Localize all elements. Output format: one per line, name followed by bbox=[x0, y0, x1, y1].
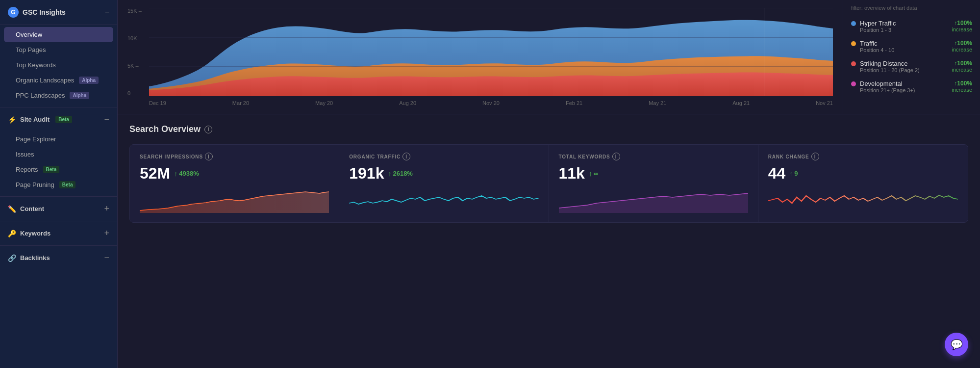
striking-distance-name: Striking Distance bbox=[860, 60, 948, 67]
chart-section: 15K – 10K – 5K – 0 bbox=[118, 0, 980, 114]
x-label-aug20: Aug 20 bbox=[399, 100, 416, 106]
striking-distance-dot bbox=[851, 61, 856, 66]
total-keywords-pct: ∞ bbox=[594, 170, 598, 177]
sidebar: G GSC Insights − Overview Top Pages Top … bbox=[0, 0, 118, 368]
total-keywords-value-row: 11k ↑ ∞ bbox=[559, 164, 748, 183]
hyper-traffic-sub: Position 1 - 3 bbox=[860, 27, 948, 33]
sidebar-item-overview[interactable]: Overview bbox=[4, 27, 113, 42]
chat-button[interactable]: 💬 bbox=[945, 333, 968, 356]
rank-change-arrow: ↑ bbox=[789, 170, 793, 178]
legend-item-traffic[interactable]: Traffic Position 4 - 10 ↑100% increase bbox=[851, 40, 972, 53]
site-audit-label: Site Audit bbox=[20, 116, 50, 123]
divider-3 bbox=[0, 221, 117, 221]
legend-item-striking-distance[interactable]: Striking Distance Position 11 - 20 (Page… bbox=[851, 60, 972, 73]
traffic-dot bbox=[851, 41, 856, 46]
sidebar-header: G GSC Insights − bbox=[0, 0, 117, 25]
organic-traffic-chart bbox=[349, 188, 538, 213]
content-header[interactable]: ✏️ Content + bbox=[0, 199, 117, 219]
search-impressions-change: ↑ 4938% bbox=[174, 170, 199, 178]
developmental-sub: Position 21+ (Page 3+) bbox=[860, 87, 948, 93]
hyper-traffic-label: increase bbox=[952, 26, 972, 32]
rank-change-info-icon[interactable]: i bbox=[811, 153, 819, 160]
rank-change-label: RANK CHANGE i bbox=[768, 153, 958, 160]
site-audit-header-left: ⚡ Site Audit Beta bbox=[8, 116, 72, 124]
organic-traffic-arrow: ↑ bbox=[388, 170, 391, 178]
total-keywords-label: TOTAL KEYWORDS i bbox=[559, 153, 748, 160]
total-keywords-value: 11k bbox=[559, 164, 585, 183]
search-impressions-info-icon[interactable]: i bbox=[205, 153, 213, 160]
legend-item-developmental[interactable]: Developmental Position 21+ (Page 3+) ↑10… bbox=[851, 80, 972, 93]
keywords-header-left: 🔑 Keywords bbox=[8, 230, 50, 237]
traffic-info: Traffic Position 4 - 10 bbox=[860, 40, 948, 53]
content-icon: ✏️ bbox=[8, 205, 16, 213]
organic-traffic-value: 191k bbox=[349, 164, 384, 183]
site-audit-collapse-icon[interactable]: − bbox=[104, 114, 109, 125]
traffic-label: increase bbox=[952, 47, 972, 53]
chat-icon: 💬 bbox=[951, 339, 963, 350]
sidebar-item-issues[interactable]: Issues bbox=[0, 147, 117, 162]
backlinks-collapse-icon[interactable]: − bbox=[104, 253, 109, 263]
search-impressions-value: 52M bbox=[140, 164, 170, 183]
x-label-mar20: Mar 20 bbox=[232, 100, 249, 106]
metric-search-impressions: SEARCH IMPRESSIONS i 52M ↑ 4938% bbox=[130, 145, 339, 222]
traffic-name: Traffic bbox=[860, 40, 948, 47]
content-expand-icon[interactable]: + bbox=[104, 204, 109, 214]
alpha-badge: Alpha bbox=[79, 77, 99, 84]
traffic-change: ↑100% increase bbox=[952, 40, 972, 53]
main-content: 15K – 10K – 5K – 0 bbox=[118, 0, 980, 368]
backlinks-header-left: 🔗 Backlinks bbox=[8, 254, 50, 262]
keywords-expand-icon[interactable]: + bbox=[104, 228, 109, 238]
organic-traffic-info-icon[interactable]: i bbox=[402, 153, 410, 160]
site-audit-header[interactable]: ⚡ Site Audit Beta − bbox=[0, 109, 117, 130]
hyper-traffic-name: Hyper Traffic bbox=[860, 20, 948, 27]
sidebar-item-top-keywords[interactable]: Top Keywords bbox=[0, 57, 117, 73]
y-label-15k: 15K – bbox=[127, 8, 147, 14]
sidebar-item-top-pages[interactable]: Top Pages bbox=[0, 42, 117, 57]
y-axis: 15K – 10K – 5K – 0 bbox=[127, 8, 147, 106]
metrics-grid: SEARCH IMPRESSIONS i 52M ↑ 4938% bbox=[129, 144, 968, 223]
chart-area: 15K – 10K – 5K – 0 bbox=[118, 0, 843, 114]
x-label-may20: May 20 bbox=[315, 100, 333, 106]
search-impressions-chart bbox=[140, 188, 329, 213]
developmental-change: ↑100% increase bbox=[952, 80, 972, 93]
developmental-label: increase bbox=[952, 87, 972, 93]
x-axis: Dec 19 Mar 20 May 20 Aug 20 Nov 20 Feb 2… bbox=[149, 100, 833, 106]
chart-spike-indicator bbox=[764, 8, 764, 96]
total-keywords-change: ↑ ∞ bbox=[589, 170, 598, 178]
sidebar-item-page-pruning[interactable]: Page Pruning Beta bbox=[0, 177, 117, 192]
developmental-info: Developmental Position 21+ (Page 3+) bbox=[860, 80, 948, 93]
x-label-dec19: Dec 19 bbox=[149, 100, 166, 106]
rank-change-change: ↑ 9 bbox=[789, 170, 798, 178]
search-overview-title-text: Search Overview bbox=[129, 124, 201, 134]
beta-badge-pruning: Beta bbox=[59, 181, 76, 188]
rank-change-value-row: 44 ↑ 9 bbox=[768, 164, 958, 183]
x-label-feb21: Feb 21 bbox=[566, 100, 582, 106]
striking-distance-change: ↑100% increase bbox=[952, 60, 972, 73]
developmental-name: Developmental bbox=[860, 80, 948, 87]
app-title: GSC Insights bbox=[23, 8, 66, 16]
collapse-icon[interactable]: − bbox=[105, 8, 109, 17]
divider-2 bbox=[0, 196, 117, 197]
sidebar-item-reports[interactable]: Reports Beta bbox=[0, 162, 117, 177]
sidebar-item-ppc-landscapes[interactable]: PPC Landscapes Alpha bbox=[0, 88, 117, 103]
search-impressions-value-row: 52M ↑ 4938% bbox=[140, 164, 329, 183]
search-overview-info-icon[interactable]: i bbox=[204, 126, 212, 133]
hyper-traffic-dot bbox=[851, 21, 856, 26]
sidebar-item-page-explorer[interactable]: Page Explorer bbox=[0, 131, 117, 147]
metric-organic-traffic: ORGANIC TRAFFIC i 191k ↑ 2618% bbox=[339, 145, 549, 222]
developmental-pct: ↑100% bbox=[952, 80, 972, 87]
backlinks-header[interactable]: 🔗 Backlinks − bbox=[0, 248, 117, 268]
traffic-pct: ↑100% bbox=[952, 40, 972, 47]
y-label-10k: 10K – bbox=[127, 35, 147, 41]
rank-change-value: 44 bbox=[768, 164, 786, 183]
hyper-traffic-pct: ↑100% bbox=[952, 20, 972, 26]
organic-traffic-label: ORGANIC TRAFFIC i bbox=[349, 153, 538, 160]
g-logo: G bbox=[8, 7, 19, 18]
alpha-badge-ppc: Alpha bbox=[70, 92, 89, 99]
keywords-header[interactable]: 🔑 Keywords + bbox=[0, 223, 117, 243]
legend-item-hyper-traffic[interactable]: Hyper Traffic Position 1 - 3 ↑100% incre… bbox=[851, 20, 972, 33]
striking-distance-pct: ↑100% bbox=[952, 60, 972, 67]
sidebar-item-organic-landscapes[interactable]: Organic Landscapes Alpha bbox=[0, 73, 117, 88]
total-keywords-info-icon[interactable]: i bbox=[612, 153, 620, 160]
backlinks-icon: 🔗 bbox=[8, 254, 16, 262]
